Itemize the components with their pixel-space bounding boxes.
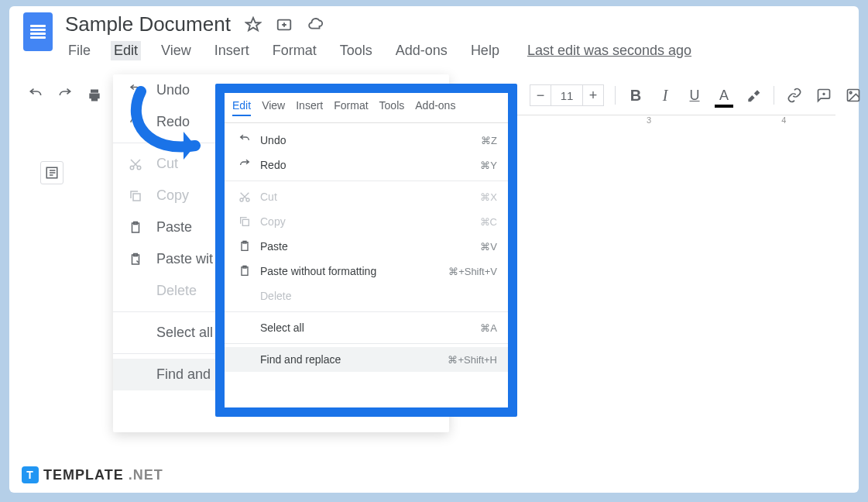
svg-point-2 [849, 91, 852, 94]
shortcut: ⌘Y [480, 160, 497, 171]
last-edit-link[interactable]: Last edit was seconds ago [527, 43, 691, 59]
document-title[interactable]: Sample Document [65, 12, 231, 36]
shortcut: ⌘V [480, 241, 497, 253]
inner-menu-insert[interactable]: Insert [296, 99, 323, 116]
bold-button[interactable]: B [626, 86, 645, 105]
shortcut: ⌘+Shift+V [448, 266, 497, 277]
add-comment-icon[interactable] [815, 86, 833, 105]
label: Cut [260, 191, 480, 203]
redo-icon [235, 159, 254, 171]
menu-format[interactable]: Format [269, 41, 320, 60]
label: Paste wit [156, 251, 213, 267]
font-size-control: − 11 + [530, 84, 604, 106]
inner-find-replace[interactable]: Find and replace⌘+Shift+H [225, 347, 508, 372]
label: Paste [260, 240, 480, 253]
shortcut: ⌘+Shift+H [448, 354, 497, 366]
callout-highlight: Edit View Insert Format Tools Add-ons Un… [215, 84, 517, 417]
label: Delete [260, 290, 497, 302]
font-size-decrease[interactable]: − [530, 84, 551, 106]
label: Copy [260, 215, 480, 228]
outline-icon[interactable] [40, 161, 63, 184]
inner-menu-edit[interactable]: Edit [232, 99, 251, 116]
cut-icon [235, 191, 254, 203]
label: Copy [156, 187, 189, 204]
svg-rect-16 [242, 219, 249, 225]
paste-wf-icon [235, 265, 254, 277]
copy-icon [235, 215, 254, 228]
watermark-brand: TEMPLATE [43, 467, 124, 483]
inner-cut[interactable]: Cut⌘X [225, 184, 508, 209]
menubar: File Edit View Insert Format Tools Add-o… [65, 41, 845, 60]
watermark: T TEMPLATE.NET [22, 466, 163, 483]
google-docs-logo[interactable] [23, 12, 53, 51]
watermark-icon: T [22, 466, 39, 483]
inner-menu-addons[interactable]: Add-ons [415, 99, 455, 116]
move-icon[interactable] [276, 16, 293, 33]
inner-paste[interactable]: Paste⌘V [225, 234, 508, 259]
shortcut: ⌘X [480, 191, 497, 203]
menu-edit[interactable]: Edit [111, 41, 141, 60]
label: Delete [156, 283, 197, 299]
underline-button[interactable]: U [685, 86, 704, 105]
cloud-icon[interactable] [307, 16, 324, 33]
inner-copy[interactable]: Copy⌘C [225, 209, 508, 234]
inner-redo[interactable]: Redo⌘Y [225, 153, 508, 177]
shortcut: ⌘Z [481, 135, 497, 146]
print-icon[interactable] [85, 86, 104, 105]
ruler-mark: 4 [781, 115, 786, 125]
star-icon[interactable] [245, 16, 262, 33]
text-color-button[interactable]: A [715, 86, 733, 105]
italic-button[interactable]: I [656, 86, 674, 105]
insert-image-icon[interactable] [844, 86, 863, 105]
label: Paste [156, 219, 192, 236]
inner-delete[interactable]: Delete [225, 284, 508, 308]
svg-rect-9 [133, 194, 140, 201]
label: Select all [260, 321, 480, 334]
label: Cut [156, 156, 178, 172]
undo-icon [235, 134, 254, 146]
label: Paste without formatting [260, 265, 448, 277]
inner-menu-format[interactable]: Format [334, 99, 368, 116]
label: Find and replace [260, 353, 448, 366]
paste-icon [235, 240, 254, 253]
redo-icon[interactable] [56, 86, 74, 105]
menu-help[interactable]: Help [468, 41, 503, 60]
inner-select-all[interactable]: Select all⌘A [225, 315, 508, 340]
inner-paste-wf[interactable]: Paste without formatting⌘+Shift+V [225, 259, 508, 284]
menu-view[interactable]: View [158, 41, 194, 60]
menu-addons[interactable]: Add-ons [393, 41, 451, 60]
inner-undo[interactable]: Undo⌘Z [225, 128, 508, 153]
label: Undo [260, 134, 481, 146]
inner-menubar: Edit View Insert Format Tools Add-ons [225, 93, 508, 123]
highlight-icon[interactable] [744, 86, 763, 105]
inner-menu-tools[interactable]: Tools [379, 99, 405, 116]
inner-menu-view[interactable]: View [262, 99, 285, 116]
label: Undo [156, 82, 190, 98]
label: Redo [156, 114, 190, 130]
font-size-increase[interactable]: + [582, 84, 604, 106]
shortcut: ⌘A [480, 322, 497, 334]
watermark-ext: .NET [129, 467, 163, 483]
insert-link-icon[interactable] [785, 86, 804, 105]
label: Find and [156, 366, 211, 383]
ruler-mark: 3 [647, 115, 651, 125]
menu-tools[interactable]: Tools [337, 41, 376, 60]
font-size-value[interactable]: 11 [551, 84, 582, 106]
label: Redo [260, 159, 480, 171]
menu-file[interactable]: File [65, 41, 94, 60]
shortcut: ⌘C [480, 216, 497, 228]
menu-insert[interactable]: Insert [211, 41, 252, 60]
label: Select all [156, 325, 213, 341]
undo-icon[interactable] [26, 86, 45, 105]
